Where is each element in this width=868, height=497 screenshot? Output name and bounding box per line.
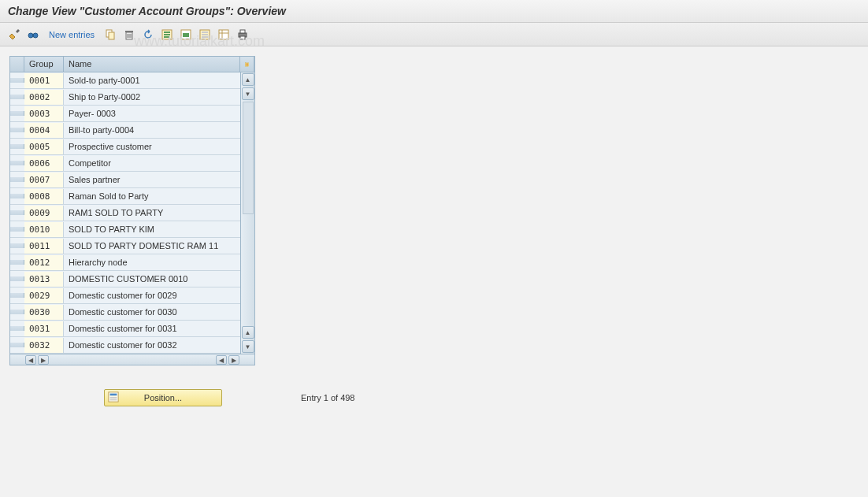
name-cell[interactable]: SOLD TO PARTY DOMESTIC RAM 11 [64,239,254,253]
header-config-button[interactable] [240,57,254,72]
table-settings-button[interactable] [216,27,232,43]
deselect-all-button[interactable] [197,27,213,43]
group-cell[interactable]: 0029 [24,288,64,303]
table-row[interactable]: 0031Domestic customer for 0031 [10,321,254,337]
group-cell[interactable]: 0012 [24,255,64,270]
group-cell[interactable]: 0006 [24,156,64,171]
name-cell[interactable]: RAM1 SOLD TO PARTY [64,206,254,220]
group-cell[interactable]: 0008 [24,189,64,204]
table-row[interactable]: 0009RAM1 SOLD TO PARTY [10,205,254,221]
name-cell[interactable]: Hierarchy node [64,255,254,269]
group-cell[interactable]: 0001 [24,73,64,88]
scroll-up-button[interactable]: ▲ [242,73,254,86]
group-cell[interactable]: 0032 [24,338,64,353]
row-selector[interactable] [10,293,24,298]
group-cell[interactable]: 0007 [24,172,64,187]
table-row[interactable]: 0010SOLD TO PARTY KIM [10,221,254,238]
group-cell[interactable]: 0009 [24,206,64,221]
horizontal-scrollbar[interactable]: ◀ ▶ ◀ ▶ [10,354,254,365]
group-cell[interactable]: 0011 [24,239,64,254]
group-cell[interactable]: 0031 [24,321,64,336]
row-selector[interactable] [10,177,24,182]
name-cell[interactable]: Raman Sold to Party [64,189,254,203]
group-cell[interactable]: 0003 [24,106,64,121]
new-entries-link[interactable]: New entries [49,30,95,39]
row-selector[interactable] [10,310,24,314]
name-cell[interactable]: Domestic customer for 0031 [64,321,254,336]
table-row[interactable]: 0003Payer- 0003 [10,106,254,122]
delete-button[interactable] [121,27,137,43]
name-cell[interactable]: Domestic customer for 0032 [64,338,254,352]
table-row[interactable]: 0032Domestic customer for 0032 [10,337,254,354]
table-row[interactable]: 0030Domestic customer for 0030 [10,304,254,321]
table-row[interactable]: 0001Sold-to party-0001 [10,72,254,89]
name-cell[interactable]: Domestic customer for 0030 [64,305,254,319]
scroll-right-button[interactable]: ▶ [228,355,239,365]
name-cell[interactable]: Sales partner [64,172,254,187]
scroll-down-step-button[interactable]: ▼ [242,87,254,100]
row-selector[interactable] [10,260,24,265]
print-button[interactable] [235,27,250,43]
row-selector[interactable] [10,161,24,165]
deselect-all-icon [198,28,211,41]
undo-button[interactable] [140,27,156,43]
row-selector[interactable] [10,227,24,232]
scroll-up-step-button[interactable]: ▲ [242,326,254,339]
row-selector[interactable] [10,343,24,347]
group-cell[interactable]: 0004 [24,123,64,138]
table-settings-icon [217,28,230,41]
header-name[interactable]: Name [64,57,240,72]
name-cell[interactable]: SOLD TO PARTY KIM [64,222,254,236]
scroll-thumb-area[interactable] [243,102,254,214]
row-selector[interactable] [10,243,24,248]
scroll-down-button[interactable]: ▼ [242,340,254,353]
name-cell[interactable]: Payer- 0003 [64,106,254,121]
header-group[interactable]: Group [24,57,64,72]
hscroll-track[interactable] [50,354,215,365]
name-cell[interactable]: Domestic customer for 0029 [64,288,254,302]
binoculars-icon [27,28,39,41]
select-all-button[interactable] [159,27,175,43]
svg-rect-20 [219,30,228,39]
scroll-right-step-button[interactable]: ▶ [38,355,49,365]
name-cell[interactable]: Bill-to party-0004 [64,123,254,137]
vertical-scrollbar[interactable]: ▲ ▼ ▲ ▼ [240,72,254,354]
table-row[interactable]: 0013DOMESTIC CUSTOMER 0010 [10,271,254,287]
group-cell[interactable]: 0030 [24,305,64,320]
scroll-left-button[interactable]: ◀ [25,355,36,365]
group-cell[interactable]: 0013 [24,272,64,287]
group-cell[interactable]: 0002 [24,90,64,105]
row-selector[interactable] [10,95,24,99]
group-cell[interactable]: 0010 [24,222,64,237]
table-row[interactable]: 0007Sales partner [10,172,254,188]
row-selector[interactable] [10,326,24,331]
name-cell[interactable]: DOMESTIC CUSTOMER 0010 [64,272,254,286]
name-cell[interactable]: Prospective customer [64,139,254,154]
header-selector[interactable] [10,57,24,72]
table-row[interactable]: 0005Prospective customer [10,139,254,155]
table-row[interactable]: 0011SOLD TO PARTY DOMESTIC RAM 11 [10,238,254,254]
table-row[interactable]: 0029Domestic customer for 0029 [10,287,254,304]
table-row[interactable]: 0008Raman Sold to Party [10,188,254,205]
scroll-left-step-button[interactable]: ◀ [216,355,227,365]
name-cell[interactable]: Competitor [64,156,254,170]
table-row[interactable]: 0006Competitor [10,155,254,172]
row-selector[interactable] [10,111,24,116]
row-selector[interactable] [10,128,24,132]
name-cell[interactable]: Sold-to party-0001 [64,73,254,87]
name-cell[interactable]: Ship to Party-0002 [64,90,254,104]
row-selector[interactable] [10,78,24,83]
table-row[interactable]: 0002Ship to Party-0002 [10,89,254,106]
table-row[interactable]: 0012Hierarchy node [10,254,254,271]
row-selector[interactable] [10,210,24,215]
toggle-display-change-button[interactable] [6,27,22,43]
position-button[interactable]: Position... [104,389,222,406]
row-selector[interactable] [10,194,24,198]
row-selector[interactable] [10,276,24,281]
select-block-button[interactable] [178,27,194,43]
copy-button[interactable] [102,27,118,43]
row-selector[interactable] [10,144,24,149]
table-row[interactable]: 0004Bill-to party-0004 [10,122,254,139]
find-button[interactable] [25,27,41,43]
group-cell[interactable]: 0005 [24,139,64,154]
